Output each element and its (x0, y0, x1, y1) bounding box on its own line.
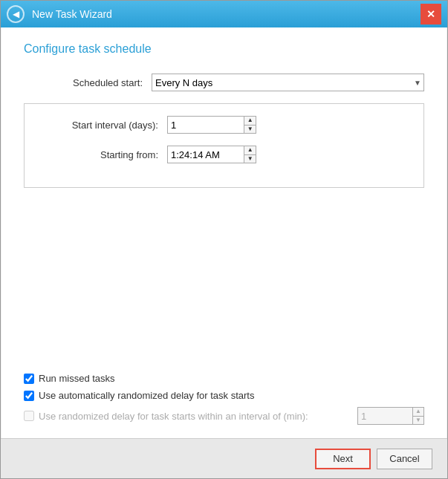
interval-delay-spinner-buttons: ▲ ▼ (412, 408, 423, 424)
starting-from-control: ▲ ▼ (167, 146, 409, 163)
interval-delay-label: Use randomized delay for task starts wit… (39, 411, 351, 422)
checkboxes-section: Run missed tasks Use automatically rando… (24, 365, 424, 431)
inner-form-box: Start interval (days): ▲ ▼ Starting from… (24, 103, 424, 188)
window: ◀ New Task Wizard ✕ Configure task sched… (0, 0, 448, 479)
start-interval-up[interactable]: ▲ (244, 117, 256, 126)
scheduled-start-select-wrap: Every N days Every day Every week Every … (152, 74, 424, 91)
next-button[interactable]: Next (315, 449, 371, 469)
start-interval-spinner-buttons: ▲ ▼ (244, 117, 256, 133)
randomized-delay-row: Use automatically randomized delay for t… (24, 390, 424, 401)
scheduled-start-control: Every N days Every day Every week Every … (152, 74, 424, 91)
starting-from-spinner: ▲ ▼ (167, 146, 256, 163)
starting-from-input[interactable] (168, 146, 244, 163)
interval-delay-up: ▲ (413, 408, 423, 417)
start-interval-input[interactable] (168, 117, 244, 133)
interval-delay-down: ▼ (413, 417, 423, 425)
starting-from-label: Starting from: (39, 149, 158, 160)
start-interval-spinner: ▲ ▼ (167, 116, 256, 134)
run-missed-checkbox[interactable] (24, 374, 34, 384)
run-missed-label: Run missed tasks (39, 373, 115, 384)
main-content: Configure task schedule Scheduled start:… (1, 27, 447, 438)
window-title: New Task Wizard (32, 8, 421, 20)
starting-from-down[interactable]: ▼ (244, 155, 256, 163)
title-bar: ◀ New Task Wizard ✕ (1, 1, 447, 27)
starting-from-spinner-buttons: ▲ ▼ (244, 146, 256, 163)
randomized-delay-checkbox[interactable] (24, 391, 34, 401)
start-interval-down[interactable]: ▼ (244, 126, 256, 134)
scheduled-start-label: Scheduled start: (24, 77, 143, 88)
run-missed-row: Run missed tasks (24, 373, 424, 384)
footer: Next Cancel (1, 438, 447, 478)
back-button[interactable]: ◀ (7, 5, 25, 23)
spacer (24, 200, 424, 365)
page-title: Configure task schedule (24, 42, 424, 56)
starting-from-up[interactable]: ▲ (244, 146, 256, 155)
interval-delay-row: Use randomized delay for task starts wit… (24, 407, 424, 425)
start-interval-row: Start interval (days): ▲ ▼ (39, 116, 409, 134)
close-icon: ✕ (426, 8, 435, 20)
interval-delay-checkbox (24, 411, 34, 421)
interval-delay-input (358, 408, 412, 424)
scheduled-start-row: Scheduled start: Every N days Every day … (24, 74, 424, 91)
cancel-button[interactable]: Cancel (377, 449, 432, 469)
close-button[interactable]: ✕ (421, 4, 441, 25)
interval-delay-spinner: ▲ ▼ (357, 407, 424, 425)
starting-from-row: Starting from: ▲ ▼ (39, 146, 409, 163)
start-interval-label: Start interval (days): (39, 120, 158, 131)
start-interval-control: ▲ ▼ (167, 116, 409, 134)
scheduled-start-select[interactable]: Every N days Every day Every week Every … (152, 74, 424, 91)
randomized-delay-label: Use automatically randomized delay for t… (39, 390, 254, 401)
